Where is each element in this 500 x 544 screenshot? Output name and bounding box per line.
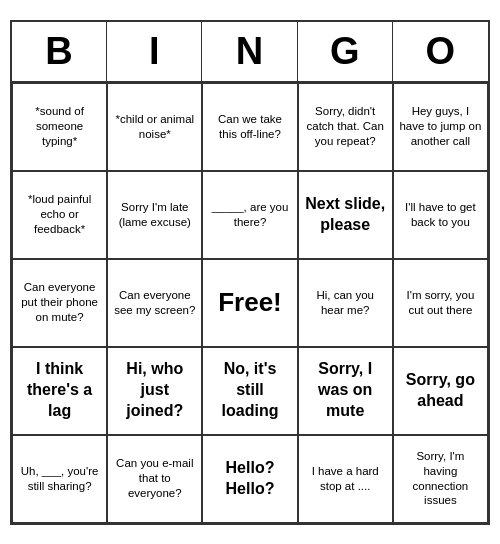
bingo-card: BINGO *sound of someone typing**child or… xyxy=(10,20,490,525)
header-letter-g: G xyxy=(298,22,393,81)
bingo-cell-14: I'm sorry, you cut out there xyxy=(393,259,488,347)
bingo-cell-18: Sorry, I was on mute xyxy=(298,347,393,435)
header-letter-n: N xyxy=(202,22,297,81)
bingo-cell-13: Hi, can you hear me? xyxy=(298,259,393,347)
header-letter-i: I xyxy=(107,22,202,81)
bingo-cell-23: I have a hard stop at .... xyxy=(298,435,393,523)
bingo-cell-9: I'll have to get back to you xyxy=(393,171,488,259)
bingo-cell-11: Can everyone see my screen? xyxy=(107,259,202,347)
bingo-cell-17: No, it's still loading xyxy=(202,347,297,435)
bingo-header: BINGO xyxy=(12,22,488,83)
bingo-cell-19: Sorry, go ahead xyxy=(393,347,488,435)
bingo-cell-8: Next slide, please xyxy=(298,171,393,259)
bingo-cell-15: I think there's a lag xyxy=(12,347,107,435)
bingo-cell-16: Hi, who just joined? xyxy=(107,347,202,435)
bingo-grid: *sound of someone typing**child or anima… xyxy=(12,83,488,523)
bingo-cell-7: _____, are you there? xyxy=(202,171,297,259)
bingo-cell-4: Hey guys, I have to jump on another call xyxy=(393,83,488,171)
bingo-cell-24: Sorry, I'm having connection issues xyxy=(393,435,488,523)
bingo-cell-6: Sorry I'm late (lame excuse) xyxy=(107,171,202,259)
bingo-cell-1: *child or animal noise* xyxy=(107,83,202,171)
bingo-cell-2: Can we take this off-line? xyxy=(202,83,297,171)
bingo-cell-5: *loud painful echo or feedback* xyxy=(12,171,107,259)
bingo-cell-20: Uh, ___, you're still sharing? xyxy=(12,435,107,523)
bingo-cell-0: *sound of someone typing* xyxy=(12,83,107,171)
bingo-cell-10: Can everyone put their phone on mute? xyxy=(12,259,107,347)
bingo-cell-21: Can you e-mail that to everyone? xyxy=(107,435,202,523)
header-letter-o: O xyxy=(393,22,488,81)
bingo-cell-12: Free! xyxy=(202,259,297,347)
header-letter-b: B xyxy=(12,22,107,81)
bingo-cell-22: Hello? Hello? xyxy=(202,435,297,523)
bingo-cell-3: Sorry, didn't catch that. Can you repeat… xyxy=(298,83,393,171)
